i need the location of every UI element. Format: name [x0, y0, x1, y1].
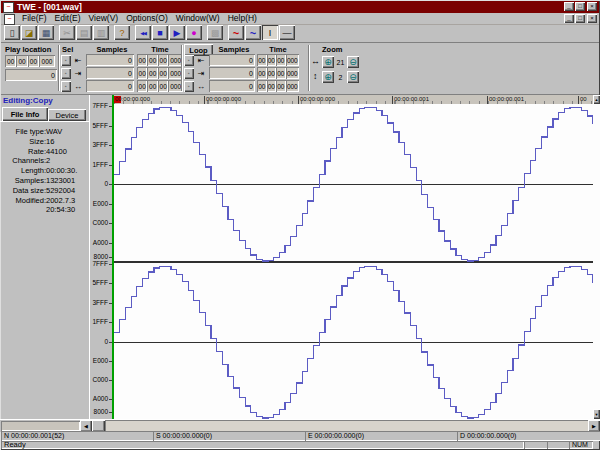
file-info-label: Data size: — [0, 186, 46, 196]
sel-samples-field-2[interactable]: 0 — [86, 67, 134, 79]
status-ready-field: Ready — [1, 441, 524, 449]
loop-samples-field-3[interactable]: 0 — [209, 80, 255, 92]
vscroll-button[interactable]: ▼ — [593, 409, 600, 419]
close-button[interactable]: × — [587, 2, 597, 11]
menu-options[interactable]: Options(O) — [122, 13, 172, 24]
sel-lock-button-1[interactable]: ▪ — [61, 55, 71, 66]
time-segment-cell[interactable]: 00 — [257, 80, 267, 92]
time-segment-cell[interactable]: 00 — [137, 80, 147, 92]
loop-lock-button-1[interactable]: ▪ — [184, 55, 194, 66]
line-button[interactable]: — — [279, 25, 295, 40]
time-segment-cell[interactable]: 00 — [28, 55, 39, 67]
sel-samples-field-3[interactable]: 0 — [86, 80, 134, 92]
loop-time-header: Time — [259, 45, 297, 54]
open-folder-button[interactable]: ◪ — [21, 25, 37, 40]
play-location-samples-field[interactable]: 0 — [5, 69, 57, 81]
marker-icon: ▩ — [211, 28, 220, 38]
menu-view[interactable]: View(V) — [85, 13, 123, 24]
time-segment-cell[interactable]: 00 — [147, 80, 157, 92]
loop-samples-field-1[interactable]: 0 — [209, 54, 255, 66]
control-panel: Play location 000000000 0 Sel Samples Ti… — [1, 42, 599, 95]
loop-samples-field-2[interactable]: 0 — [209, 67, 255, 79]
span-icon: ↔ — [72, 81, 84, 92]
waveform-display[interactable] — [114, 104, 593, 419]
tab-file-info[interactable]: File Info — [2, 107, 48, 121]
time-segment-cell[interactable]: 00 — [147, 67, 157, 79]
time-segment-cell[interactable]: 00 — [267, 54, 277, 66]
time-segment-cell[interactable]: 00 — [257, 54, 267, 66]
time-segment-cell[interactable]: 00 — [276, 54, 286, 66]
file-info-row: Data size:5292004 — [0, 186, 89, 196]
amplitude-label: 7FFF — [92, 260, 108, 268]
time-segment-cell[interactable]: 000 — [39, 55, 55, 67]
time-segment-cell[interactable]: 00 — [16, 55, 27, 67]
time-segment-cell[interactable]: 00 — [5, 55, 16, 67]
h-zoom-out-button[interactable]: ⊖ — [347, 56, 359, 68]
time-segment-cell[interactable]: 00 — [257, 67, 267, 79]
rewind-button[interactable]: ◀◀ — [135, 25, 151, 40]
play-button[interactable]: ▶ — [169, 25, 185, 40]
amplitude-label: 8000 — [94, 408, 108, 416]
menu-help[interactable]: Help(H) — [224, 13, 261, 24]
status-cell-1 — [524, 441, 548, 449]
time-segment-cell[interactable]: 00 — [137, 54, 147, 66]
status-d-field: D 00:00:00.000(0) — [457, 431, 600, 441]
time-segment-cell[interactable]: 00 — [267, 67, 277, 79]
h-zoom-in-button[interactable]: ⊕ — [322, 56, 334, 68]
amplitude-label: A000 — [93, 395, 108, 403]
time-segment-cell[interactable]: 00 — [158, 54, 168, 66]
file-info-row: Modified:2002.7.3 — [0, 196, 89, 206]
v-zoom-in-button[interactable]: ⊕ — [322, 71, 334, 83]
play-location-time-field[interactable]: 000000000 — [5, 55, 55, 67]
time-segment-cell[interactable]: 00 — [137, 67, 147, 79]
record-button[interactable]: ● — [186, 25, 202, 40]
new-file-button[interactable]: ▯ — [4, 25, 20, 40]
time-segment-cell[interactable]: 00 — [267, 80, 277, 92]
file-info-label: Channels: — [0, 156, 46, 166]
wave-blue-button[interactable]: ~ — [245, 25, 261, 40]
file-info-label: Length: — [0, 166, 46, 176]
ruler-end-button[interactable]: ▲ — [593, 95, 600, 104]
sel-lock-button-3[interactable]: ▪ — [61, 81, 71, 92]
loop-row: ▪⇥0000000000 — [184, 67, 299, 79]
record-icon: ● — [191, 28, 196, 38]
restore-button[interactable]: □ — [575, 2, 585, 11]
time-segment-cell[interactable]: 00 — [147, 54, 157, 66]
wave-red-button[interactable]: ~ — [228, 25, 244, 40]
time-segment-cell[interactable]: 00 — [158, 80, 168, 92]
menu-window[interactable]: Window(W) — [172, 13, 224, 24]
amplitude-label: 0 — [104, 338, 108, 346]
time-segment-cell[interactable]: 00 — [158, 67, 168, 79]
sel-samples-field-1[interactable]: 0 — [86, 54, 134, 66]
help-button[interactable]: ? — [114, 25, 130, 40]
file-info-panel: File type:WAVSize:16Rate:44100Channels:2… — [0, 121, 89, 425]
amplitude-label: C000 — [92, 376, 108, 384]
status-fields-row: N 00:00:00.001(52) S 00:00:00.000(0) E 0… — [0, 431, 600, 441]
time-segment-cell[interactable]: 000 — [286, 80, 299, 92]
v-zoom-out-button[interactable]: ⊖ — [347, 71, 359, 83]
menu-edit[interactable]: Edit(E) — [51, 13, 85, 24]
time-segment-cell[interactable]: 000 — [286, 54, 299, 66]
loop-lock-button-3[interactable]: ▪ — [184, 81, 194, 92]
title-bar[interactable]: ~ TWE - [001.wav] _ □ × — [1, 1, 599, 13]
divider — [58, 45, 60, 91]
loop-row: ▪⇤0000000000 — [184, 54, 299, 66]
file-info-value: 20:54:30 — [46, 205, 75, 215]
minimize-button[interactable]: _ — [564, 2, 574, 11]
save-button[interactable]: ▦ — [38, 25, 54, 40]
amplitude-label: 1FFF — [92, 161, 108, 169]
mdi-restore-button[interactable]: □ — [575, 14, 585, 23]
ibeam-button[interactable]: I — [262, 25, 278, 40]
zoom-out-icon: ⊖ — [349, 72, 357, 82]
loop-lock-button-2[interactable]: ▪ — [184, 68, 194, 79]
time-segment-cell[interactable]: 00 — [276, 67, 286, 79]
amplitude-label: 3FFF — [92, 141, 108, 149]
mdi-minimize-button[interactable]: _ — [564, 14, 574, 23]
sel-lock-button-2[interactable]: ▪ — [61, 68, 71, 79]
tab-device[interactable]: Device — [48, 109, 86, 121]
time-segment-cell[interactable]: 000 — [286, 67, 299, 79]
stop-button[interactable]: ■ — [152, 25, 168, 40]
time-segment-cell[interactable]: 00 — [276, 80, 286, 92]
menu-file[interactable]: File(F) — [18, 13, 51, 24]
mdi-close-button[interactable]: × — [587, 14, 597, 23]
